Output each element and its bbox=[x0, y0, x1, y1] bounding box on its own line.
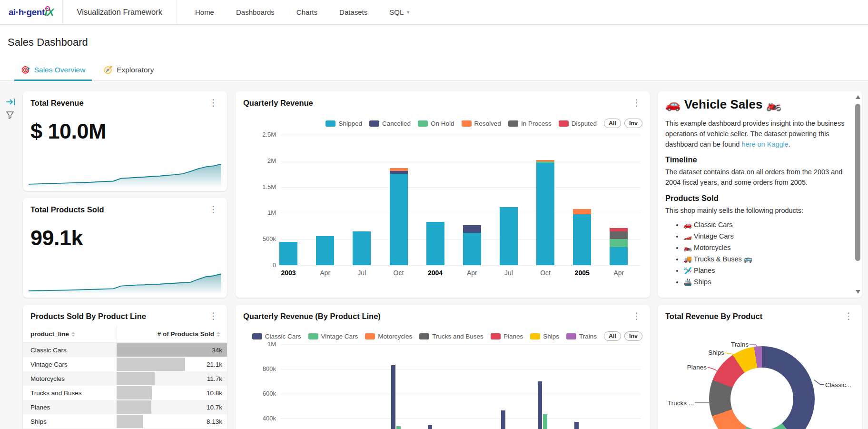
donut-label-ships: Ships bbox=[708, 349, 724, 356]
scrollbar-thumb[interactable] bbox=[855, 104, 860, 261]
gridline bbox=[281, 369, 641, 369]
products-sold-cell: 21.1k bbox=[117, 357, 227, 371]
bar-resolved[interactable] bbox=[390, 168, 408, 171]
bar-vintage-cars[interactable] bbox=[396, 426, 401, 429]
bar-shipped[interactable] bbox=[500, 207, 518, 265]
products-sold-paragraph: This shop mainly sells the following pro… bbox=[665, 206, 848, 216]
table-row: Classic Cars34k bbox=[23, 343, 227, 357]
bar-classic-cars[interactable] bbox=[538, 381, 542, 429]
product-line-cell: Ships bbox=[23, 418, 117, 425]
card-title: Total Products Sold bbox=[30, 205, 104, 214]
app-logo[interactable]: ai·h·gentiX bbox=[0, 0, 63, 24]
nav-item-home[interactable]: Home bbox=[195, 8, 214, 16]
column-header-products-sold[interactable]: # of Products Sold bbox=[117, 326, 227, 342]
donut-chart: Classic...Trucks ...PlanesShipsTrains bbox=[658, 305, 862, 429]
y-axis-tick-label: 600k bbox=[254, 390, 276, 397]
bar-on-hold[interactable] bbox=[610, 239, 628, 247]
bar-classic-cars[interactable] bbox=[574, 422, 579, 429]
table-row: Motorcycles11.7k bbox=[23, 371, 227, 386]
bar-classic-cars[interactable] bbox=[391, 365, 395, 429]
product-list-item: 🏎️ Vintage Cars bbox=[683, 232, 848, 240]
tab-label: Exploratory bbox=[117, 66, 154, 74]
card-total-revenue-by-product: Total Revenue By Product ⋮ Classic...Tru… bbox=[658, 305, 862, 429]
bar-shipped[interactable] bbox=[279, 242, 297, 265]
x-axis-tick-label: Apr bbox=[455, 269, 489, 277]
donut-label-planes: Planes bbox=[687, 364, 707, 371]
card-products-sold-by-product-line: Products Sold By Product Line ⋮ product_… bbox=[23, 305, 227, 429]
nav-item-label: Home bbox=[195, 8, 214, 16]
products-sold-cell: 10.8k bbox=[117, 386, 227, 400]
bar-shipped[interactable] bbox=[573, 214, 591, 265]
product-line-cell: Vintage Cars bbox=[23, 361, 117, 368]
expand-filter-bar-icon[interactable] bbox=[5, 97, 16, 107]
paragraph-text: . bbox=[789, 140, 790, 148]
value-text: 8.13k bbox=[207, 414, 222, 429]
bar-shipped[interactable] bbox=[536, 163, 554, 265]
bar-shipped[interactable] bbox=[610, 247, 628, 265]
bar-disputed[interactable] bbox=[610, 228, 628, 232]
bar-classic-cars[interactable] bbox=[428, 425, 432, 429]
nav-item-dashboards[interactable]: Dashboards bbox=[236, 8, 275, 16]
bar-resolved[interactable] bbox=[536, 160, 554, 162]
x-axis-tick-label: Apr bbox=[308, 269, 342, 277]
brand-title[interactable]: Visualization Framework bbox=[63, 0, 177, 24]
tab-sales-overview[interactable]: 🎯Sales Overview bbox=[14, 60, 92, 80]
kebab-menu-icon[interactable]: ⋮ bbox=[207, 99, 220, 107]
kaggle-link[interactable]: here on Kaggle bbox=[741, 140, 788, 148]
nav-item-label: Dashboards bbox=[236, 8, 275, 16]
bar-cancelled[interactable] bbox=[463, 225, 481, 233]
nav-item-label: SQL bbox=[389, 8, 404, 16]
bar-shipped[interactable] bbox=[390, 174, 408, 265]
donut-label-trucks-and-buses: Trucks ... bbox=[668, 399, 694, 407]
y-axis-tick-label: 1.5M bbox=[254, 183, 276, 190]
bar-shipped[interactable] bbox=[426, 222, 444, 265]
value-bar bbox=[117, 386, 152, 399]
logo-text: ai·h·gent bbox=[9, 7, 45, 18]
navbar: ai·h·gentiX Visualization Framework Home… bbox=[0, 0, 868, 25]
column-header-product-line[interactable]: product_line bbox=[23, 330, 117, 338]
timeline-heading: Timeline bbox=[665, 155, 848, 164]
donut-graphic[interactable] bbox=[709, 346, 815, 429]
filter-icon[interactable] bbox=[5, 110, 16, 120]
total-revenue-value: $ 10.0M bbox=[23, 108, 227, 144]
product-list-item: 🚢 Ships bbox=[683, 278, 848, 286]
nav-item-sql[interactable]: SQL▼ bbox=[389, 8, 410, 16]
nav-item-charts[interactable]: Charts bbox=[296, 8, 317, 16]
bar-in-process[interactable] bbox=[610, 231, 628, 239]
column-label: product_line bbox=[30, 330, 69, 338]
kebab-menu-icon[interactable]: ⋮ bbox=[207, 312, 220, 320]
markdown-title: 🚗 Vehicle Sales 🏍️ bbox=[665, 97, 848, 112]
gridline bbox=[281, 394, 641, 394]
bar-shipped[interactable] bbox=[316, 236, 334, 265]
gridline bbox=[281, 344, 641, 345]
products-sold-cell: 11.7k bbox=[117, 371, 227, 386]
products-table: product_line # of Products Sold Classic … bbox=[23, 326, 227, 429]
product-line-cell: Trucks and Buses bbox=[23, 389, 117, 397]
products-sold-cell: 10.7k bbox=[117, 400, 227, 414]
bar-cancelled[interactable] bbox=[390, 171, 408, 174]
bar-shipped[interactable] bbox=[463, 233, 481, 265]
bar-on-hold[interactable] bbox=[536, 161, 554, 163]
page-title: Sales Dashboard bbox=[8, 36, 88, 49]
sort-icon bbox=[71, 332, 75, 337]
bar-vintage-cars[interactable] bbox=[543, 414, 547, 429]
products-sold-cell: 8.13k bbox=[117, 414, 227, 429]
products-list: 🚗 Classic Cars🏎️ Vintage Cars🏍️ Motorcyc… bbox=[683, 221, 848, 286]
sort-icon bbox=[217, 332, 220, 337]
bar-classic-cars[interactable] bbox=[501, 410, 505, 429]
markdown-scrollbar[interactable] bbox=[855, 93, 861, 296]
tab-exploratory[interactable]: 🧭Exploratory bbox=[97, 60, 160, 80]
scroll-down-icon[interactable] bbox=[856, 290, 860, 294]
product-list-item: 🚚 Trucks & Buses 🚌 bbox=[683, 255, 848, 263]
card-vehicle-sales-markdown: 🚗 Vehicle Sales 🏍️ This example dashboar… bbox=[658, 91, 862, 298]
nav-item-datasets[interactable]: Datasets bbox=[339, 8, 367, 16]
bar-shipped[interactable] bbox=[353, 231, 371, 265]
scroll-up-icon[interactable] bbox=[856, 95, 860, 99]
nav-item-label: Charts bbox=[296, 8, 317, 16]
x-axis-tick-label: Oct bbox=[382, 269, 415, 277]
compass-icon: 🧭 bbox=[103, 66, 112, 74]
kebab-menu-icon[interactable]: ⋮ bbox=[207, 205, 220, 214]
card-title: Total Revenue bbox=[30, 99, 84, 108]
bar-resolved[interactable] bbox=[573, 209, 591, 214]
y-axis-tick-label: 400k bbox=[254, 415, 276, 422]
